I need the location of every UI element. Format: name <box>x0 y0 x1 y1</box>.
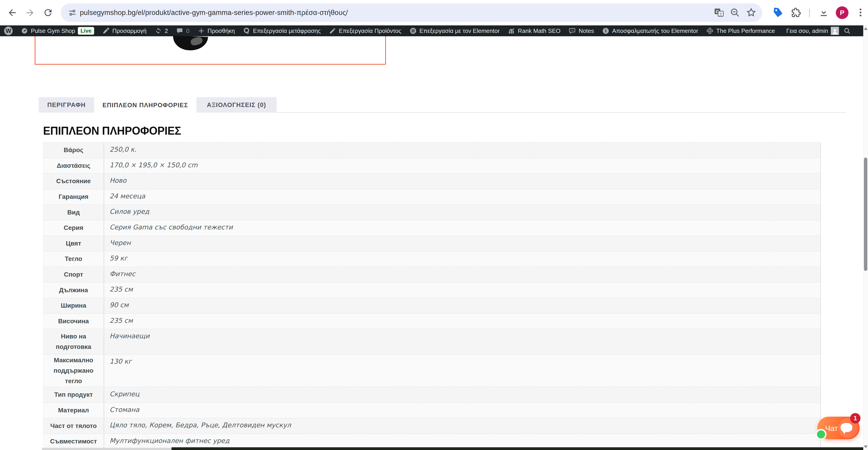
attribute-label: Тип продукт <box>43 387 104 403</box>
chat-launcher-button[interactable]: Чат 1 <box>817 417 860 439</box>
scrollbar-down-arrow[interactable] <box>864 446 868 448</box>
attribute-label: Част от тялото <box>43 418 104 433</box>
table-row: Дължина235 см <box>43 283 820 298</box>
updates-count: 2 <box>165 27 168 34</box>
tab-reviews[interactable]: ΑΞΙΟΛΟΓΗΣΕΙΣ (0) <box>196 97 277 113</box>
adminbar-updates[interactable]: 2 <box>155 27 168 34</box>
table-row: Βάρος250,0 κ. <box>43 142 820 158</box>
attribute-label: Материал <box>43 403 104 418</box>
adminbar-rank-math[interactable]: Rank Math SEO <box>508 27 561 34</box>
info-icon <box>602 27 609 34</box>
dashboard-gauge-icon <box>21 27 28 34</box>
rank-math-icon <box>508 27 515 34</box>
price-tag-extension-icon[interactable] <box>772 7 784 18</box>
table-row: Част от тялотоЦяло тяло, Корем, Бедра, Р… <box>43 418 820 434</box>
edit-product-label: Επεξεργασία Προϊόντος <box>339 27 401 34</box>
attribute-value: Серия Gama със свободни тежести <box>104 220 820 235</box>
tab-additional-information[interactable]: ΕΠΙΠΛΕΟΝ ΠΛΗΡΟΦΟΡΙΕΣ <box>94 97 196 113</box>
attribute-label: Цвят <box>43 236 104 251</box>
zoom-out-icon[interactable] <box>729 7 741 18</box>
table-row: Διαστάσεις170,0 × 195,0 × 150,0 cm <box>43 158 820 174</box>
site-name-label: Pulse Gym Shop <box>31 27 75 34</box>
tab-additional-information-label: ΕΠΙΠΛΕΟΝ ΠΛΗΡΟΦΟΡΙΕΣ <box>102 102 188 109</box>
attribute-value: Черен <box>104 236 820 251</box>
product-attributes-table: Βάρος250,0 κ. Διαστάσεις170,0 × 195,0 × … <box>43 142 821 450</box>
attribute-label: Съвместимост <box>43 434 104 449</box>
chat-unread-badge: 1 <box>850 413 861 423</box>
adminbar-site-name[interactable]: Pulse Gym Shop Live <box>21 27 94 35</box>
attribute-label: Максимално поддържано тегло <box>43 355 104 387</box>
attribute-value: Силов уред <box>104 205 820 220</box>
adminbar-plus-performance[interactable]: The Plus Performance <box>706 27 775 34</box>
attribute-value: 24 месеца <box>104 189 820 204</box>
attribute-value: 235 см <box>104 283 820 298</box>
downloads-icon[interactable] <box>818 7 830 18</box>
scrollbar-up-arrow[interactable] <box>864 27 868 30</box>
profile-initial: P <box>840 9 844 17</box>
attribute-label: Дължина <box>43 283 104 298</box>
bookmark-star-icon[interactable] <box>745 7 757 18</box>
translate-icon[interactable]: G文 <box>713 7 724 18</box>
adminbar-notes[interactable]: Notes <box>568 27 594 34</box>
edit-with-elementor-label: Επεξεργασία με τον Elementor <box>420 27 500 34</box>
edit-translation-label: Επεξεργασία μετάφρασης <box>253 27 320 34</box>
browser-menu-icon[interactable] <box>855 7 866 18</box>
table-row: Ширина90 см <box>43 298 820 314</box>
chat-online-dot <box>815 429 827 440</box>
adminbar-new[interactable]: Προσθήκη <box>197 27 235 34</box>
tab-description-label: ΠΕΡΙΓΡΑΦΗ <box>47 102 86 108</box>
table-row: Гаранция24 месеца <box>43 189 820 205</box>
table-row: Максимално поддържано тегло130 кг <box>43 355 820 387</box>
attribute-label: Гаранция <box>43 189 104 204</box>
new-label: Προσθήκη <box>208 27 235 34</box>
url-text[interactable]: pulsegymshop.bg/el/produkt/active-gym-ga… <box>80 9 348 17</box>
browser-reload-button[interactable] <box>41 6 55 20</box>
adminbar-elementor-debugger[interactable]: Αποσφαλματωτής του Elementor <box>602 27 698 34</box>
table-row: Ниво на подготовкаНачинаещи <box>43 329 820 355</box>
adminbar-comments[interactable]: 0 <box>176 27 189 34</box>
attribute-value: 59 кг <box>104 251 820 267</box>
adminbar-wp-logo[interactable]: W <box>4 27 13 35</box>
attribute-label: Βάρος <box>43 142 104 158</box>
table-row: СерияСерия Gama със свободни тежести <box>43 220 820 236</box>
reload-icon <box>43 7 53 18</box>
chat-bubble-icon <box>841 423 852 432</box>
table-row: ВидСилов уред <box>43 205 820 220</box>
adminbar-search[interactable] <box>843 27 851 34</box>
adminbar-edit-with-elementor[interactable]: Επεξεργασία με τον Elementor <box>409 27 500 34</box>
forward-arrow-icon <box>25 7 35 18</box>
live-badge: Live <box>78 27 94 35</box>
browser-profile-avatar[interactable]: P <box>836 6 848 19</box>
table-row: Тегло59 кг <box>43 251 820 267</box>
attribute-value: 235 см <box>104 314 820 329</box>
toolbar-divider <box>809 9 810 17</box>
attribute-value: Начинаещи <box>104 329 820 354</box>
attribute-value: Скрипец <box>104 387 820 403</box>
scrollbar-thumb[interactable] <box>864 158 867 271</box>
svg-text:文: 文 <box>719 12 722 16</box>
adminbar-customize[interactable]: Προσαρμογή <box>102 27 147 34</box>
back-arrow-icon <box>7 7 18 18</box>
adminbar-edit-product[interactable]: Επεξεργασία Προϊόντος <box>329 27 401 34</box>
table-row: ЦвятЧерен <box>43 236 820 252</box>
adminbar-my-account[interactable]: Γεια σου, admin <box>786 27 839 35</box>
site-settings-tune-icon[interactable] <box>68 8 77 18</box>
next-section-edge-dark <box>172 447 864 450</box>
greeting-label: Γεια σου, admin <box>786 27 828 34</box>
adminbar-edit-translation[interactable]: Επεξεργασία μετάφρασης <box>243 27 320 34</box>
browser-back-button[interactable] <box>5 6 19 20</box>
attribute-label: Διαστάσεις <box>43 158 104 173</box>
browser-toolbar: pulsegymshop.bg/el/produkt/active-gym-ga… <box>0 0 868 25</box>
tab-description[interactable]: ΠΕΡΙΓΡΑΦΗ <box>39 97 94 113</box>
browser-forward-button[interactable] <box>23 6 37 20</box>
page-title: ΕΠΙΠΛΕΟΝ ΠΛΗΡΟΦΟΡΙΕΣ <box>43 124 181 137</box>
plus-performance-icon <box>706 27 713 34</box>
attribute-value: 170,0 × 195,0 × 150,0 cm <box>104 158 820 173</box>
attribute-value: Стомана <box>104 403 820 418</box>
attribute-label: Спорт <box>43 267 104 282</box>
attribute-label: Състояние <box>43 174 104 189</box>
attribute-value: Цяло тяло, Корем, Бедра, Ръце, Делтовиде… <box>104 418 820 433</box>
attribute-value: 250,0 κ. <box>104 142 820 158</box>
page-scrollbar[interactable] <box>863 25 868 450</box>
extensions-puzzle-icon[interactable] <box>790 7 802 18</box>
